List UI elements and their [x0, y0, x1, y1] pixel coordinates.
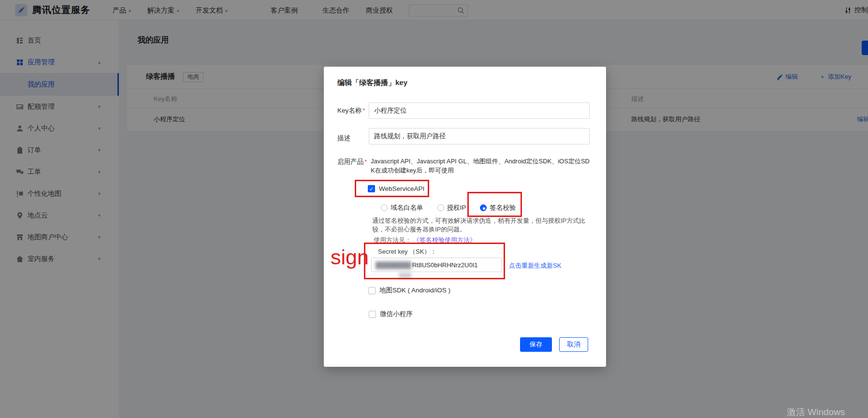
description-input[interactable] [369, 128, 590, 144]
secret-key-field[interactable]: ████████ Rt8US0bHRHNrz2U0I1 [371, 258, 502, 272]
modal-title: 编辑「绿客播播」key [337, 78, 407, 87]
mini-program-label: 微信小程序 [380, 310, 413, 318]
regenerate-sk-link[interactable]: 点击重新生成新SK [509, 261, 561, 270]
save-button[interactable]: 保存 [520, 337, 552, 352]
key-name-input[interactable] [369, 102, 590, 119]
signature-description: 通过签名校验的方式，可有效解决请求伪造，稍有开发量，但与授权IP方式比较，不必担… [372, 216, 591, 234]
description-label: 描述 [337, 134, 350, 143]
cancel-button[interactable]: 取消 [559, 337, 588, 352]
enabled-products-label: 启用产品* [337, 158, 367, 166]
usage-line: 使用方法见： 《签名校验使用方法》 [374, 236, 476, 245]
required-asterisk: * [362, 107, 365, 114]
enabled-products-description: Javascript API、Javascript API GL、地图组件、An… [371, 157, 592, 175]
secret-key-label: Secret key （SK）： [378, 247, 436, 256]
auth-mode-radio-group: 域名白名单 授权IP 签名校验 [381, 203, 516, 212]
masked-blob [399, 273, 411, 278]
webservice-api-checkbox-row[interactable]: ✓ WebServiceAPI [368, 185, 424, 192]
checkbox-checked-icon[interactable]: ✓ [368, 185, 375, 192]
map-sdk-label: 地图SDK ( Android/iOS ) [379, 286, 450, 295]
radio-domain-whitelist[interactable]: 域名白名单 [381, 203, 423, 212]
secret-key-masked-part: ████████ [376, 261, 411, 269]
key-name-label: Key名称* [337, 106, 365, 115]
radio-authorized-ip[interactable]: 授权IP [437, 203, 466, 212]
webservice-api-label: WebServiceAPI [379, 185, 424, 192]
secret-key-visible-part: Rt8US0bHRHNrz2U0I1 [412, 261, 478, 269]
edit-key-modal: 编辑「绿客播播」key Key名称* 描述 启用产品* Javascript A… [324, 67, 606, 367]
radio-off-icon[interactable] [381, 204, 388, 211]
map-sdk-checkbox-row[interactable]: 地图SDK ( Android/iOS ) [368, 286, 450, 295]
app-root: 腾讯位置服务 产品▾ 解决方案▾ 开发文档▾ 客户案例 生态合作 商业授权 控制… [0, 0, 868, 418]
checkbox-unchecked-icon[interactable] [369, 311, 376, 318]
required-asterisk: * [364, 158, 367, 165]
radio-off-icon[interactable] [437, 204, 444, 211]
checkbox-unchecked-icon[interactable] [368, 287, 376, 294]
radio-on-icon[interactable] [480, 204, 487, 211]
mini-program-checkbox-row[interactable]: 微信小程序 [369, 310, 413, 318]
radio-signature-verify[interactable]: 签名校验 [480, 203, 516, 212]
signature-usage-link[interactable]: 《签名校验使用方法》 [413, 236, 476, 244]
